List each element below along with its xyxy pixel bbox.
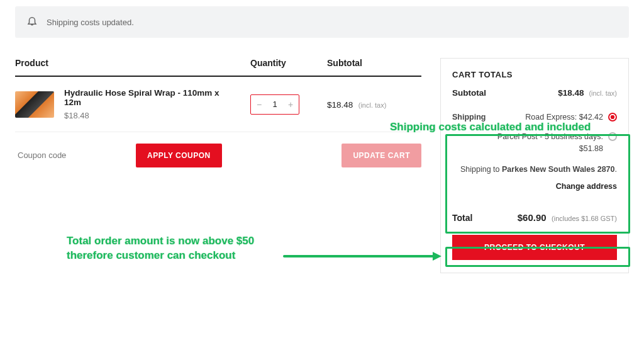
bell-icon xyxy=(26,15,38,29)
shipping-option-1-radio[interactable] xyxy=(608,113,617,122)
total-line: Total $60.90 (includes $1.68 GST) xyxy=(452,206,617,231)
shipping-option-2-radio[interactable] xyxy=(608,132,617,141)
update-cart-button[interactable]: UPDATE CART xyxy=(341,144,421,167)
shipping-option-1-label: Road Express: $42.42 xyxy=(525,111,603,123)
subtotal-label: Subtotal xyxy=(452,88,486,98)
header-quantity: Quantity xyxy=(233,58,327,68)
row-tax-note: (incl. tax) xyxy=(358,101,387,109)
cart-totals-panel: CART TOTALS Subtotal $18.48 (incl. tax) … xyxy=(440,58,629,273)
proceed-to-checkout-button[interactable]: PROCEED TO CHECKOUT xyxy=(452,235,617,260)
header-subtotal: Subtotal xyxy=(327,58,421,68)
notice-text: Shipping costs updated. xyxy=(47,18,134,27)
notice-bar: Shipping costs updated. xyxy=(15,6,629,38)
total-value: $60.90 xyxy=(518,212,547,223)
qty-decrement[interactable]: − xyxy=(253,99,265,110)
cart-row: Hydraulic Hose Spiral Wrap - 110mm x 12m… xyxy=(15,77,421,132)
cart-totals-title: CART TOTALS xyxy=(452,70,617,79)
row-subtotal: $18.48 xyxy=(327,100,353,110)
total-gst-note: (includes $1.68 GST) xyxy=(552,215,617,222)
product-price: $18.48 xyxy=(64,111,233,120)
change-address-link[interactable]: Change address xyxy=(452,182,617,191)
shipping-label: Shipping xyxy=(452,111,520,123)
shipping-to: Shipping to Parkes New South Wales 2870. xyxy=(452,163,617,176)
quantity-stepper: − 1 + xyxy=(250,94,299,115)
subtotal-value: $18.48 xyxy=(558,88,584,98)
product-name[interactable]: Hydraulic Hose Spiral Wrap - 110mm x 12m xyxy=(64,88,233,107)
shipping-block: Shipping Road Express: $42.42 Parcel Pos… xyxy=(452,106,617,195)
subtotal-tax-note: (incl. tax) xyxy=(589,89,617,97)
coupon-input[interactable] xyxy=(15,144,128,167)
product-thumbnail[interactable] xyxy=(15,91,54,118)
header-product: Product xyxy=(15,58,233,68)
cart-table: Product Quantity Subtotal Hydraulic Hose… xyxy=(15,58,421,167)
apply-coupon-button[interactable]: APPLY COUPON xyxy=(136,144,222,167)
total-label: Total xyxy=(452,213,472,223)
qty-value[interactable]: 1 xyxy=(265,99,284,109)
qty-increment[interactable]: + xyxy=(284,99,297,110)
shipping-option-2-label: Parcel Post - 5 business days: $51.88 xyxy=(496,131,603,155)
